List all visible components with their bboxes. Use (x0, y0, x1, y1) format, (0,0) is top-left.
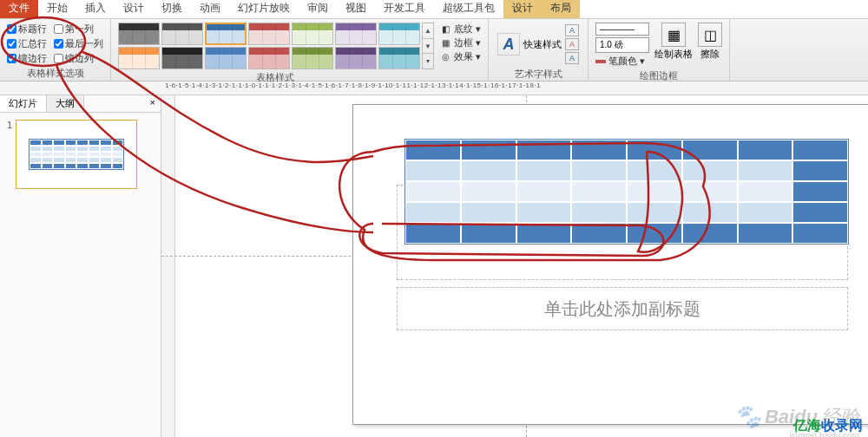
table-style-9[interactable] (205, 47, 247, 69)
table-style-8[interactable] (161, 47, 203, 69)
group-label-wordart: 艺术字样式 (494, 68, 582, 81)
tab-view[interactable]: 视图 (337, 0, 375, 18)
paw-icon: 🐾 (733, 403, 761, 430)
gallery-more-icon[interactable]: ▾ (423, 54, 433, 68)
tab-animations[interactable]: 动画 (191, 0, 229, 18)
inserted-table[interactable] (405, 140, 848, 244)
eraser-button[interactable]: ◫ 擦除 (698, 23, 722, 61)
table-style-10[interactable] (248, 47, 290, 69)
table-style-11[interactable] (292, 47, 333, 69)
tab-table-design[interactable]: 设计 (503, 0, 542, 18)
effects-icon: ◎ (439, 51, 451, 63)
tab-table-layout[interactable]: 布局 (542, 0, 580, 18)
effects-button[interactable]: ◎效果 ▾ (439, 50, 481, 63)
subtitle-text: 单击此处添加副标题 (544, 297, 700, 321)
gallery-scroll: ▲ ▼ ▾ (422, 23, 434, 69)
check-last-col[interactable]: 最后一列 (54, 37, 103, 50)
group-table-styles: ▲ ▼ ▾ 表格样式 ◧底纹 ▾ ▦边框 ▾ ◎效果 ▾ (111, 19, 489, 81)
tab-design[interactable]: 设计 (115, 0, 153, 18)
draw-table-icon: ▦ (661, 23, 686, 47)
tab-review[interactable]: 审阅 (299, 0, 337, 18)
table-style-1[interactable] (161, 23, 203, 45)
tab-file[interactable]: 文件 (0, 0, 38, 18)
table-style-5[interactable] (335, 23, 377, 45)
check-banded-row[interactable]: 镶边行 (7, 52, 47, 65)
gallery-down-icon[interactable]: ▼ (423, 39, 433, 55)
group-draw-borders: ———— 1.0 磅 笔颜色 ▾ ▦ 绘制表格 ◫ 擦除 绘图边框 (589, 19, 730, 81)
chevron-down-icon: ▾ (476, 37, 481, 49)
tab-home[interactable]: 开始 (38, 0, 76, 18)
subtitle-placeholder[interactable]: 单击此处添加副标题 (397, 287, 848, 330)
group-label-options: 表格样式选项 (5, 67, 105, 80)
pen-color-button[interactable]: 笔颜色 ▾ (595, 55, 649, 68)
side-tab-outline[interactable]: 大纲 (47, 95, 84, 112)
watermark-site: 亿海收录网 (793, 417, 863, 435)
tab-supertools[interactable]: 超级工具包 (434, 0, 503, 18)
slide-thumbnail-1[interactable] (16, 120, 137, 189)
table-style-0[interactable] (118, 23, 160, 45)
table-style-13[interactable] (378, 47, 420, 69)
chevron-down-icon: ▾ (476, 51, 481, 62)
slide-1[interactable]: 单击此处添加副标题 (352, 104, 868, 425)
table-style-3[interactable] (248, 23, 290, 45)
paint-bucket-icon: ◧ (439, 23, 451, 36)
group-label-draw: 绘图边框 (594, 69, 724, 82)
text-effects-icon[interactable]: A (565, 52, 579, 64)
ribbon: 标题行 第一列 汇总行 最后一列 镶边行 镶边列 表格样式选项 (0, 19, 868, 82)
gallery-up-icon[interactable]: ▲ (423, 23, 433, 39)
border-button[interactable]: ▦边框 ▾ (439, 36, 481, 49)
thumb-table-preview (29, 139, 124, 170)
slide-number: 1 (7, 120, 12, 189)
tab-insert[interactable]: 插入 (76, 0, 115, 18)
shading-column: ◧底纹 ▾ ▦边框 ▾ ◎效果 ▾ (437, 21, 483, 79)
group-wordart: A 快速样式 A A A 艺术字样式 (489, 19, 589, 81)
vertical-ruler (161, 95, 175, 437)
table-style-4[interactable] (292, 23, 333, 45)
check-banded-col[interactable]: 镶边列 (54, 52, 94, 65)
chevron-down-icon: ▾ (476, 23, 481, 35)
check-header-row[interactable]: 标题行 (7, 23, 47, 36)
table-style-selected[interactable] (205, 23, 247, 45)
shading-button[interactable]: ◧底纹 ▾ (439, 23, 481, 36)
tab-slideshow[interactable]: 幻灯片放映 (229, 0, 299, 18)
main-area: 幻灯片 大纲 × 1 (0, 95, 868, 437)
pen-color-icon (595, 60, 606, 63)
pen-weight-select[interactable]: 1.0 磅 (595, 37, 649, 53)
table-style-7[interactable] (118, 47, 160, 69)
eraser-icon: ◫ (698, 23, 722, 47)
tab-developer[interactable]: 开发工具 (375, 0, 434, 18)
close-icon[interactable]: × (145, 95, 161, 112)
group-table-options: 标题行 第一列 汇总行 最后一列 镶边行 镶边列 表格样式选项 (0, 19, 111, 81)
text-fill-icon[interactable]: A (565, 24, 579, 36)
tab-transitions[interactable]: 切换 (153, 0, 191, 18)
draw-table-button[interactable]: ▦ 绘制表格 (654, 23, 693, 61)
slide-panel: 幻灯片 大纲 × 1 (0, 95, 161, 437)
check-total-row[interactable]: 汇总行 (7, 37, 47, 50)
table-style-gallery (116, 21, 422, 71)
text-outline-icon[interactable]: A (565, 38, 579, 50)
quick-style-label: 快速样式 (523, 38, 562, 51)
table-style-12[interactable] (335, 47, 377, 69)
side-tab-slides[interactable]: 幻灯片 (0, 95, 47, 112)
wordart-quick-styles[interactable]: A (497, 33, 520, 55)
pen-style-select[interactable]: ———— (595, 23, 649, 36)
border-icon: ▦ (439, 37, 451, 49)
slide-canvas[interactable]: 单击此处添加副标题 (161, 95, 868, 437)
check-first-col[interactable]: 第一列 (54, 23, 94, 36)
tab-bar: 文件 开始 插入 设计 切换 动画 幻灯片放映 审阅 视图 开发工具 超级工具包… (0, 0, 868, 19)
table-style-6[interactable] (378, 23, 420, 45)
